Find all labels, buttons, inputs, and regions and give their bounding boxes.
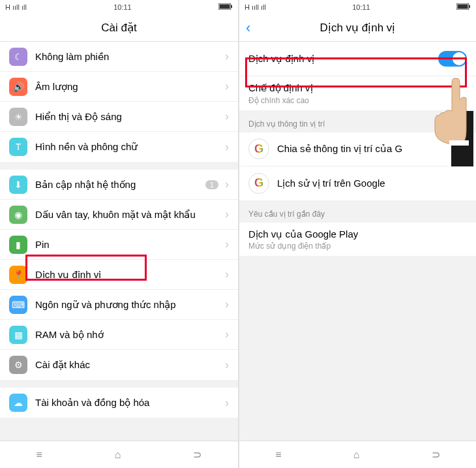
svg-rect-7 [449,140,469,146]
nav-menu-button[interactable]: ≡ [36,449,42,461]
battery-icon [456,3,471,11]
chevron-right-icon: › [225,140,229,154]
row-label: Không làm phiền [35,50,221,63]
svg-rect-1 [219,5,230,9]
chevron-right-icon: › [225,238,229,251]
google-service-row[interactable]: GLịch sử vị trí trên Google [239,166,476,200]
settings-row[interactable]: 🔊Âm lượng› [0,72,238,102]
chevron-right-icon: › [225,80,229,93]
settings-row[interactable]: ▦RAM và bộ nhớ› [0,320,238,350]
recent-request-row[interactable]: Dịch vụ của Google Play Mức sử dụng điện… [239,223,476,257]
row-label: Bản cập nhật hệ thống [35,178,205,191]
signal-icon: H ııll [245,3,259,11]
settings-list[interactable]: ☾Không làm phiền›🔊Âm lượng›☀Hiển thị và … [0,42,238,441]
row-label: Lịch sử vị trí trên Google [277,177,467,190]
row-label: Hình nền và phông chữ [35,140,221,153]
chevron-right-icon: › [225,396,229,410]
other-icon: ⚙ [9,356,27,374]
pointing-finger-graphic [428,75,474,169]
chevron-right-icon: › [225,298,229,311]
pin-icon: ▮ [9,236,27,254]
back-button[interactable]: ‹ [246,20,250,37]
row-label: Pin [35,238,221,251]
status-time: 10:11 [352,3,370,11]
bright-icon: ☀ [9,108,27,126]
nav-menu-button[interactable]: ≡ [275,449,281,461]
font-icon: T [9,138,27,156]
row-label: RAM và bộ nhớ [35,328,221,341]
header: ‹ Dịch vụ định vị [239,14,476,42]
google-icon: G [248,138,269,159]
chevron-right-icon: › [225,50,229,63]
row-label: Âm lượng [35,80,221,93]
settings-row[interactable]: ☀Hiển thị và Độ sáng› [0,102,238,132]
row-label: Dấu vân tay, khuôn mặt và mật khẩu [35,208,221,221]
chevron-right-icon: › [225,328,229,341]
page-title: Dịch vụ định vị [320,21,396,35]
nav-back-button[interactable]: ⊃ [193,448,201,461]
nav-bar: ≡ ⌂ ⊃ [0,441,238,468]
sound-icon: 🔊 [9,78,27,96]
header: Cài đặt [0,14,238,42]
chevron-right-icon: › [225,358,229,372]
settings-row[interactable]: ⬇Bản cập nhật hệ thống1› [0,170,238,200]
signal-icon: H ııll [5,3,20,11]
settings-row[interactable]: ⚙Cài đặt khác› [0,350,238,380]
status-time: 10:11 [113,3,132,11]
chevron-right-icon: › [225,268,229,281]
acct-icon: ☁ [9,394,27,412]
update-icon: ⬇ [9,176,27,194]
battery-icon [218,3,233,11]
phone-left: H ııll ıll 10:11 Cài đặt ☾Không làm phiề… [0,0,238,468]
recent-label: Dịch vụ của Google Play [248,228,467,241]
row-label: Ngôn ngữ và phương thức nhập [35,298,221,311]
nav-back-button[interactable]: ⊃ [432,448,440,461]
row-label: Tài khoản và đồng bộ hóa [35,396,221,409]
page-title: Cài đặt [101,21,136,35]
fp-icon: ◉ [9,206,27,224]
settings-row[interactable]: ⌨Ngôn ngữ và phương thức nhập› [0,290,238,320]
row-label: Hiển thị và Độ sáng [35,110,221,123]
svg-rect-2 [231,5,232,8]
highlight-box [25,255,147,281]
settings-row[interactable]: ◉Dấu vân tay, khuôn mặt và mật khẩu› [0,200,238,230]
lang-icon: ⌨ [9,296,27,314]
svg-rect-4 [457,5,468,9]
settings-row[interactable]: ☁Tài khoản và đồng bộ hóa› [0,388,238,418]
settings-row[interactable]: THình nền và phông chữ› [0,132,238,162]
nav-home-button[interactable]: ⌂ [353,449,360,461]
google-icon: G [248,173,269,194]
loc-icon: 📍 [9,266,27,284]
status-bar: H ııll ıll 10:11 [239,0,476,14]
chevron-right-icon: › [225,178,229,191]
badge: 1 [205,180,218,189]
recent-sublabel: Mức sử dụng điện thấp [248,242,467,251]
status-bar: H ııll ıll 10:11 [0,0,238,14]
svg-rect-5 [469,5,470,8]
chevron-right-icon: › [225,208,229,221]
row-label: Cài đặt khác [35,358,221,371]
moon-icon: ☾ [9,48,27,66]
section-header: Yêu cầu vị trí gần đây [239,200,476,223]
nav-bar: ≡ ⌂ ⊃ [239,441,476,468]
wifi-icon: ıll [261,3,266,11]
wifi-icon: ıll [22,3,27,11]
settings-row[interactable]: ☾Không làm phiền› [0,42,238,72]
nav-home-button[interactable]: ⌂ [115,449,121,461]
ram-icon: ▦ [9,326,27,344]
chevron-right-icon: › [225,110,229,123]
